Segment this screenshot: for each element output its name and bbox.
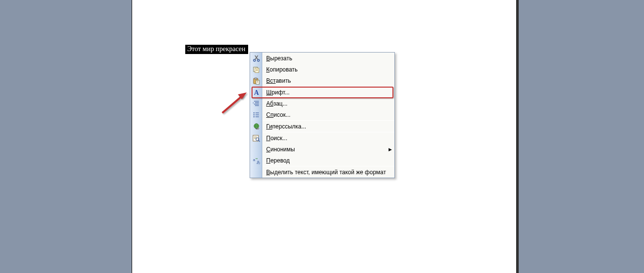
menu-item-label: Перевод xyxy=(262,157,394,164)
link-icon xyxy=(250,121,262,132)
svg-rect-9 xyxy=(254,78,257,79)
svg-rect-29 xyxy=(253,135,258,141)
svg-point-28 xyxy=(257,127,259,129)
cut-icon xyxy=(250,53,262,64)
menu-item-cut[interactable]: Вырезать xyxy=(250,53,394,64)
blank-icon xyxy=(250,144,262,155)
menu-item-paste[interactable]: Вставить xyxy=(250,75,394,86)
submenu-arrow-icon: ▶ xyxy=(386,147,394,152)
menu-item-label: Шрифт... xyxy=(262,89,394,96)
menu-item-label: Синонимы xyxy=(262,146,386,153)
menu-item-label: Копировать xyxy=(262,66,394,73)
svg-point-20 xyxy=(253,114,254,115)
menu-item-label: Вырезать xyxy=(262,55,394,62)
paste-icon xyxy=(250,75,262,86)
menu-item-label: Вставить xyxy=(262,77,394,84)
menu-item-synonyms[interactable]: Синонимы ▶ xyxy=(250,144,394,155)
paragraph-icon xyxy=(250,98,262,109)
menu-item-label: Список... xyxy=(262,111,394,118)
list-icon xyxy=(250,109,262,120)
menu-item-font[interactable]: A Шрифт... xyxy=(250,87,394,98)
svg-marker-18 xyxy=(253,102,254,104)
search-icon xyxy=(250,132,262,144)
blank-icon xyxy=(250,166,262,178)
svg-line-34 xyxy=(258,140,260,142)
svg-text:A: A xyxy=(254,89,259,96)
svg-point-19 xyxy=(253,112,254,113)
font-icon: A xyxy=(250,87,262,98)
svg-text:あ: あ xyxy=(256,160,260,164)
menu-item-select-similar-format[interactable]: Выделить текст, имеющий такой же формат xyxy=(250,166,394,178)
menu-item-translate[interactable]: a あ Перевод xyxy=(250,155,394,166)
svg-point-21 xyxy=(253,116,254,117)
menu-item-paragraph[interactable]: Абзац... xyxy=(250,98,394,109)
menu-item-label: Абзац... xyxy=(262,100,394,107)
menu-item-label: Поиск... xyxy=(262,135,394,142)
svg-text:a: a xyxy=(253,158,255,162)
selected-text[interactable]: Этот мир прекрасен xyxy=(185,45,248,54)
menu-item-list[interactable]: Список... xyxy=(250,109,394,120)
translate-icon: a あ xyxy=(250,155,262,166)
menu-item-label: Выделить текст, имеющий такой же формат xyxy=(262,169,394,176)
menu-item-search[interactable]: Поиск... xyxy=(250,132,394,144)
menu-item-label: Гиперссылка... xyxy=(262,123,394,130)
context-menu: Вырезать Копировать Вставить xyxy=(250,52,395,178)
menu-item-hyperlink[interactable]: Гиперссылка... xyxy=(250,121,394,132)
copy-icon xyxy=(250,64,262,75)
menu-item-copy[interactable]: Копировать xyxy=(250,64,394,75)
